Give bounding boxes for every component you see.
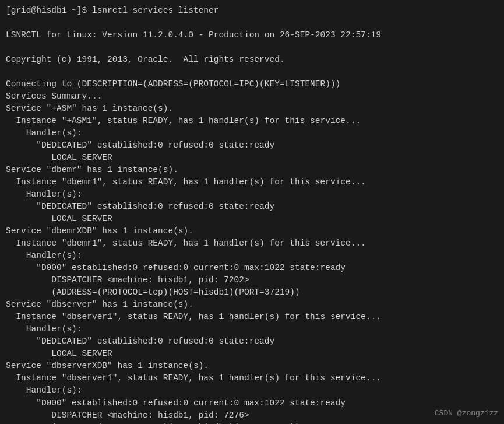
terminal-line: [grid@hisdb1 ~]$ lsnrctl services listen… <box>6 5 498 17</box>
terminal-line: Connecting to (DESCRIPTION=(ADDRESS=(PRO… <box>6 78 498 90</box>
terminal-output: [grid@hisdb1 ~]$ lsnrctl services listen… <box>6 5 498 424</box>
terminal-line: Instance "dbemr1", status READY, has 1 h… <box>6 176 498 188</box>
terminal-line: Services Summary... <box>6 90 498 103</box>
terminal-line: Handler(s): <box>6 323 498 335</box>
terminal-line: "D000" established:0 refused:0 current:0… <box>6 397 498 409</box>
terminal-line: Instance "dbserver1", status READY, has … <box>6 311 498 323</box>
terminal-line: Service "+ASM" has 1 instance(s). <box>6 103 498 115</box>
terminal-line: LSNRCTL for Linux: Version 11.2.0.4.0 - … <box>6 29 498 41</box>
terminal-line: Handler(s): <box>6 127 498 139</box>
terminal-line: Copyright (c) 1991, 2013, Oracle. All ri… <box>6 54 498 66</box>
terminal-line: Service "dbemrXDB" has 1 instance(s). <box>6 225 498 237</box>
terminal-line <box>6 17 498 29</box>
terminal-line: LOCAL SERVER <box>6 152 498 164</box>
terminal-line: Instance "+ASM1", status READY, has 1 ha… <box>6 115 498 127</box>
terminal-line: Service "dbserverXDB" has 1 instance(s). <box>6 360 498 372</box>
terminal-line: (ADDRESS=(PROTOCOL=tcp)(HOST=hisdb1)(POR… <box>6 422 498 424</box>
watermark: CSDN @zongzizz <box>435 408 498 419</box>
terminal-line: Handler(s): <box>6 188 498 201</box>
terminal-line: Handler(s): <box>6 250 498 262</box>
terminal-line: DISPATCHER <machine: hisdb1, pid: 7276> <box>6 409 498 422</box>
terminal-line: DISPATCHER <machine: hisdb1, pid: 7202> <box>6 274 498 286</box>
terminal-line: Service "dbserver" has 1 instance(s). <box>6 299 498 311</box>
terminal-line: Handler(s): <box>6 384 498 397</box>
terminal-line <box>6 41 498 54</box>
terminal-line: Instance "dbserver1", status READY, has … <box>6 372 498 384</box>
terminal-line: LOCAL SERVER <box>6 213 498 225</box>
terminal-line: Service "dbemr" has 1 instance(s). <box>6 164 498 176</box>
terminal-window: [grid@hisdb1 ~]$ lsnrctl services listen… <box>0 0 504 424</box>
terminal-line: (ADDRESS=(PROTOCOL=tcp)(HOST=hisdb1)(POR… <box>6 286 498 299</box>
terminal-line <box>6 66 498 78</box>
terminal-line: "DEDICATED" established:0 refused:0 stat… <box>6 139 498 152</box>
terminal-line: "DEDICATED" established:0 refused:0 stat… <box>6 335 498 348</box>
terminal-line: LOCAL SERVER <box>6 348 498 360</box>
terminal-line: "D000" established:0 refused:0 current:0… <box>6 262 498 274</box>
terminal-line: Instance "dbemr1", status READY, has 1 h… <box>6 237 498 250</box>
terminal-line: "DEDICATED" established:0 refused:0 stat… <box>6 201 498 213</box>
